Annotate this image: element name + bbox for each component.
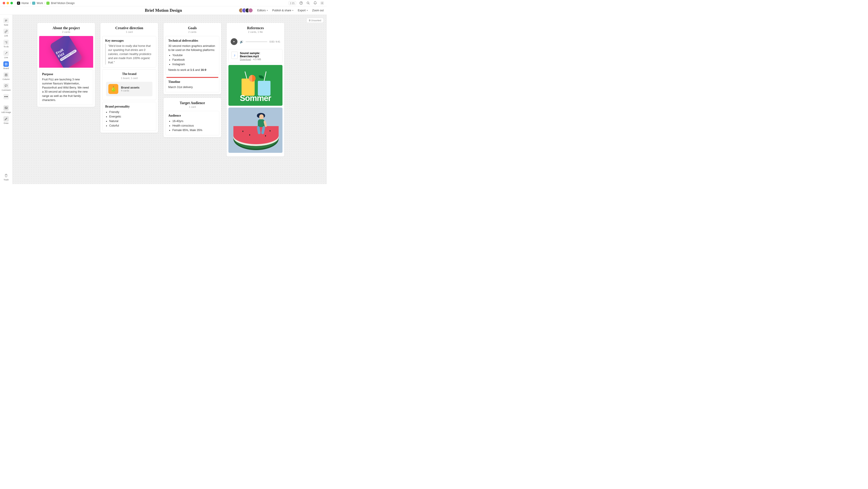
breadcrumb-home[interactable]: Home [22,2,29,5]
tool-todo[interactable]: To-do [1,39,11,49]
mobile-badge[interactable]: ▯ 21 [288,1,296,5]
board-icon [3,61,9,67]
tool-trash[interactable]: Trash [1,172,11,182]
card-timeline[interactable]: Timeline March 31st delivery [165,77,219,92]
list-item: Youtube [172,53,216,58]
column-title: References [229,26,282,30]
tool-more[interactable]: ••• [1,93,11,100]
card-file[interactable]: ♪ Sound sample: Bearclaw.mp3 Download - … [228,49,282,63]
svg-point-4 [321,2,322,3]
chevron-down-icon: ▼ [267,9,268,11]
column-icon [3,72,9,78]
card-title: The brand [104,72,154,76]
tool-add-image[interactable]: Add image [1,104,11,114]
svg-rect-16 [5,74,7,75]
card-hero-image[interactable]: Fruit Fizz WILD BERRY SODA [39,36,93,68]
column-references[interactable]: References 2 cards, 1 file 🔊 0:00 / 4:41… [227,23,284,156]
tool-board[interactable]: Board [1,60,11,70]
card-body: March 31st delivery [168,85,216,89]
tool-comment[interactable]: Comment [1,82,11,92]
card-body: Fruit Fizz are launching 3 new summer fl… [42,78,90,102]
card-purpose[interactable]: Purpose Fruit Fizz are launching 3 new s… [39,69,93,105]
comment-icon [3,83,9,88]
help-icon[interactable] [299,1,303,5]
link-icon [3,29,9,34]
zoom-out-button[interactable]: Zoom out [312,9,323,12]
card-technical-deliverables[interactable]: Technical deliverables 30 second motion … [165,36,219,75]
card-key-messages[interactable]: Key messages "We'd love to really dial h… [102,36,156,67]
maximize-window-button[interactable] [10,2,13,4]
file-size: - 4.5 MB [251,58,261,61]
play-button[interactable] [231,38,238,45]
card-subtitle: 1 board, 1 card [104,77,154,80]
column-creative[interactable]: Creative direction 1 card Key messages "… [100,23,158,133]
card-title: Key messages [105,39,153,42]
page-title: Brief Motion Design [145,8,182,13]
more-icon: ••• [3,94,9,99]
asset-brand-assets[interactable]: 🍐 Brand assets 4 cards [106,82,152,96]
card-brand-personality[interactable]: Brand personality Friendly Energetic Nat… [102,102,156,131]
reference-image-sommer[interactable]: Sommer [228,65,282,106]
image-icon [3,105,9,111]
todo-icon [3,39,9,45]
breadcrumb-current[interactable]: Brief Motion Design [51,2,74,5]
note-icon [3,18,9,23]
list-item: Instagram [172,62,216,66]
notif-count: 21 [292,2,295,4]
aspect-note: Needs to work at 1:1 and 16:9 [168,68,216,72]
column-subtitle: 1 card [166,106,218,108]
board-icon [46,2,50,5]
close-window-button[interactable] [3,2,5,4]
breadcrumb-work[interactable]: Work [37,2,43,5]
phone-icon: ▯ [290,2,291,4]
tool-line[interactable]: Line [1,50,11,60]
list-item: Colorful [109,123,153,128]
card-audio[interactable]: 🔊 0:00 / 4:41 [228,36,282,47]
column-goals[interactable]: Goals 2 cards Technical deliverables 30 … [163,23,221,94]
svg-rect-17 [5,75,7,76]
breadcrumb: ✦ Home / Work / Brief Motion Design [17,2,74,5]
titlebar: ✦ Home / Work / Brief Motion Design ▯ 21 [0,0,327,6]
audience-list: 16-40yrs Health conscious Female 65%, Ma… [168,119,216,133]
tool-column[interactable]: Column [1,71,11,81]
tool-note[interactable]: Note [1,17,11,27]
bell-icon[interactable] [313,1,317,5]
minimize-window-button[interactable] [6,2,9,4]
sidebar: Note Link To-do Line Board Column Commen… [0,15,12,184]
svg-rect-15 [6,64,7,65]
column-title: Goals [166,26,218,30]
gear-icon[interactable] [320,1,324,5]
column-about[interactable]: About the project 2 cards Fruit Fizz WIL… [37,23,95,107]
svg-rect-13 [6,63,7,64]
search-icon[interactable] [306,1,310,5]
column-subtitle: 1 card [103,31,155,33]
audio-track[interactable] [246,41,267,42]
card-title: Brand personality [105,105,153,109]
column-target-audience[interactable]: Target Audience 1 card Audience 16-40yrs… [163,98,221,137]
card-title: Purpose [42,73,90,76]
tool-link[interactable]: Link [1,28,11,38]
svg-point-19 [5,108,6,108]
card-audience[interactable]: Audience 16-40yrs Health conscious Femal… [165,111,219,135]
avatars[interactable] [239,8,253,13]
unsorted-badge[interactable]: 0 Unsorted [306,18,323,23]
export-dropdown[interactable]: Export ▼ [298,9,308,12]
download-link[interactable]: Download [240,58,251,61]
work-icon [32,2,35,5]
column-subtitle: 2 cards [40,31,92,33]
card-body: 30 second motion graphics animation to b… [168,44,216,52]
chevron-down-icon: ▼ [306,9,308,11]
publish-dropdown[interactable]: Publish & share ▼ [272,9,294,12]
card-brand[interactable]: The brand 1 board, 1 card 🍐 Brand assets… [102,69,156,100]
editors-dropdown[interactable]: Editors ▼ [257,9,268,12]
card-title: Audience [168,114,216,117]
volume-icon[interactable]: 🔊 [240,40,243,44]
tool-draw[interactable]: Draw [1,115,11,125]
product-image: Fruit Fizz WILD BERRY SODA [39,36,93,68]
svg-point-1 [301,4,301,4]
pencil-icon [3,116,9,121]
canvas[interactable]: 0 Unsorted About the project 2 cards Fru… [12,15,327,184]
avatar [248,8,253,13]
breadcrumb-separator: / [30,2,31,5]
reference-image-watermelon[interactable] [228,108,282,153]
